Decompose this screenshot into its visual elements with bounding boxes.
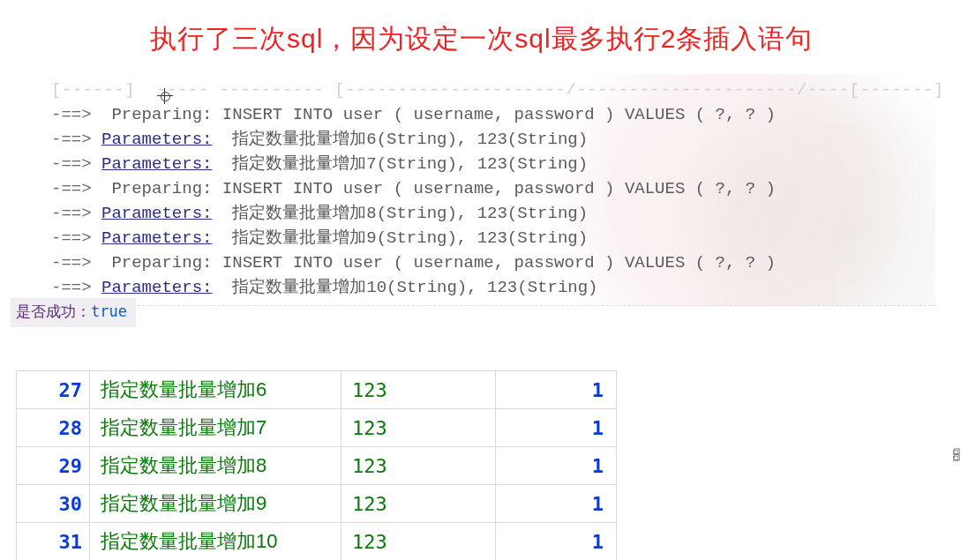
annotation-title: 执行了三次sql，因为设定一次sql最多执行2条插入语句 <box>150 21 813 57</box>
cell-password: 123 <box>341 485 496 523</box>
log-arrow-icon: -==> <box>51 130 101 149</box>
cell-id: 28 <box>17 409 90 447</box>
log-line-preparing: -==> Preparing: INSERT INTO user ( usern… <box>51 250 934 275</box>
success-label: 是否成功： <box>16 302 91 320</box>
log-preparing-text: Preparing: INSERT INTO user ( username, … <box>101 253 776 273</box>
log-arrow-icon: -==> <box>51 278 101 297</box>
sql-log-block: [------] ----- ---------- [-------------… <box>49 74 935 306</box>
cell-username: 指定数量批量增加9 <box>90 485 341 523</box>
cell-flag: 1 <box>496 447 617 485</box>
table-row: 29指定数量批量增加81231 <box>17 447 617 485</box>
log-line-preparing: -==> Preparing: INSERT INTO user ( usern… <box>51 102 934 127</box>
parameters-link[interactable]: Parameters: <box>101 278 212 297</box>
cell-flag: 1 <box>496 371 617 409</box>
cell-flag: 1 <box>496 523 617 561</box>
parameters-link[interactable]: Parameters: <box>101 204 212 223</box>
cell-password: 123 <box>341 409 496 447</box>
parameters-link[interactable]: Parameters: <box>101 228 212 248</box>
cell-id: 29 <box>17 447 90 485</box>
success-value: true <box>91 302 127 320</box>
cell-username: 指定数量批量增加7 <box>90 409 341 447</box>
log-line-parameters: -==> Parameters: 指定数量批量增加6(String), 123(… <box>51 127 934 152</box>
log-arrow-icon: -==> <box>51 179 101 198</box>
log-line-preparing: -==> Preparing: INSERT INTO user ( usern… <box>51 176 934 201</box>
cell-password: 123 <box>341 523 496 561</box>
cell-password: 123 <box>341 447 496 485</box>
table-row: 27指定数量批量增加61231 <box>17 371 617 409</box>
log-parameters-text: 指定数量批量增加10(String), 123(String) <box>212 278 597 297</box>
log-line-truncated: [------] ----- ---------- [-------------… <box>51 78 934 102</box>
log-preparing-text: Preparing: INSERT INTO user ( username, … <box>101 179 776 198</box>
cell-id: 31 <box>17 523 90 561</box>
result-table: 27指定数量批量增加6123128指定数量批量增加7123129指定数量批量增加… <box>16 370 617 560</box>
success-status: 是否成功：true <box>11 298 136 327</box>
cell-id: 27 <box>17 371 90 409</box>
log-arrow-icon: -==> <box>51 154 101 174</box>
cell-id: 30 <box>17 485 90 523</box>
log-arrow-icon: -==> <box>51 228 101 248</box>
log-arrow-icon: -==> <box>51 253 101 273</box>
table-row: 28指定数量批量增加71231 <box>17 409 617 447</box>
cell-flag: 1 <box>496 485 617 523</box>
log-preparing-text: Preparing: INSERT INTO user ( username, … <box>101 105 776 124</box>
cell-flag: 1 <box>496 409 617 447</box>
log-arrow-icon: -==> <box>51 204 101 223</box>
side-marker-icon: ⧉⧉ <box>950 448 963 460</box>
table-row: 31指定数量批量增加101231 <box>17 523 617 561</box>
log-parameters-text: 指定数量批量增加7(String), 123(String) <box>212 154 588 174</box>
parameters-link[interactable]: Parameters: <box>101 154 212 174</box>
table-row: 30指定数量批量增加91231 <box>17 485 617 523</box>
log-line-parameters: -==> Parameters: 指定数量批量增加7(String), 123(… <box>51 152 934 176</box>
log-arrow-icon: -==> <box>51 105 101 124</box>
log-line-parameters: -==> Parameters: 指定数量批量增加9(String), 123(… <box>51 226 934 250</box>
log-line-parameters: -==> Parameters: 指定数量批量增加10(String), 123… <box>51 275 934 300</box>
cell-password: 123 <box>341 371 496 409</box>
log-parameters-text: 指定数量批量增加8(String), 123(String) <box>212 204 588 223</box>
cell-username: 指定数量批量增加8 <box>90 447 341 485</box>
log-parameters-text: 指定数量批量增加9(String), 123(String) <box>212 228 588 248</box>
log-line-parameters: -==> Parameters: 指定数量批量增加8(String), 123(… <box>51 201 934 226</box>
log-parameters-text: 指定数量批量增加6(String), 123(String) <box>212 130 588 149</box>
cell-username: 指定数量批量增加10 <box>90 523 341 561</box>
parameters-link[interactable]: Parameters: <box>101 130 212 149</box>
cell-username: 指定数量批量增加6 <box>90 371 341 409</box>
